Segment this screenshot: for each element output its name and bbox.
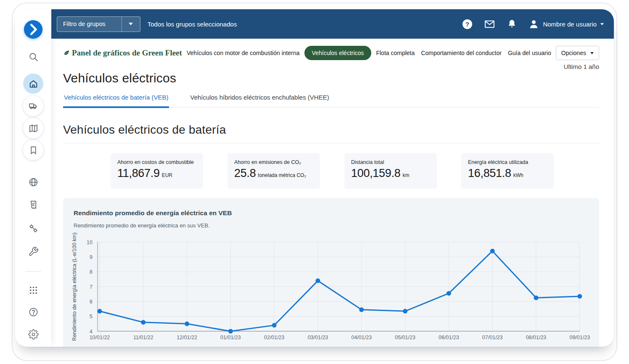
nav-item-combustion[interactable]: Vehículos con motor de combustión intern… — [185, 46, 301, 60]
sidebar-item-bookmark[interactable] — [23, 140, 43, 160]
nav-item-driver-behavior[interactable]: Comportamiento del conductor — [419, 46, 503, 60]
app-window: Filtro de grupos Todos los grupos selecc… — [15, 9, 614, 347]
nav-item-user-guide[interactable]: Guía del usuario — [506, 46, 553, 60]
group-selection-text: Todos los grupos seleccionados — [148, 21, 237, 28]
sidebar-item-globe[interactable] — [23, 172, 43, 192]
chevron-right-icon — [24, 20, 42, 39]
wrench-icon — [28, 246, 39, 257]
svg-text:02/01/23: 02/01/23 — [264, 335, 285, 340]
sidebar-item-link[interactable] — [23, 218, 43, 238]
bell-icon — [507, 19, 517, 29]
svg-text:6: 6 — [90, 299, 92, 305]
group-filter-caret[interactable] — [122, 17, 140, 32]
sidebar-item-settings[interactable] — [23, 324, 43, 344]
tab-bev[interactable]: Vehículos eléctricos de batería (VEB) — [63, 92, 169, 108]
sidebar-item-map[interactable] — [23, 118, 43, 138]
messages-button[interactable] — [484, 18, 495, 29]
stat-unit: tonelada métrica CO₂ — [258, 172, 306, 178]
svg-text:4: 4 — [90, 329, 92, 335]
sidebar-item-report[interactable] — [23, 195, 43, 215]
svg-text:5: 5 — [90, 314, 92, 319]
options-button-label: Opciones — [561, 50, 586, 56]
svg-text:06/01/23: 06/01/23 — [439, 335, 459, 340]
svg-text:10: 10 — [87, 240, 92, 245]
svg-text:09/01/23: 09/01/23 — [569, 335, 590, 340]
topbar: Filtro de grupos Todos los grupos selecc… — [51, 9, 614, 39]
svg-text:12/01/22: 12/01/22 — [177, 335, 197, 340]
svg-text:10/01/22: 10/01/22 — [90, 335, 110, 340]
search-icon — [28, 52, 39, 62]
svg-text:05/01/23: 05/01/23 — [395, 335, 415, 340]
envelope-icon — [484, 19, 495, 29]
sidebar-item-help[interactable] — [23, 302, 43, 322]
truck-icon — [28, 101, 39, 111]
stat-cards: Ahorro en costos de combustible 11,867.9… — [63, 153, 599, 189]
user-menu[interactable]: Nombre de usuario — [529, 19, 604, 29]
notifications-button[interactable] — [506, 18, 517, 29]
chevron-down-icon — [600, 23, 604, 25]
stat-card-energy-used: Energía eléctrica utilizada 16,851.8kWh — [461, 153, 554, 189]
sidebar-divider — [25, 271, 41, 272]
svg-text:04/01/23: 04/01/23 — [351, 335, 372, 340]
svg-text:01/01/23: 01/01/23 — [220, 335, 241, 340]
chevron-down-icon — [129, 23, 133, 25]
stat-value: 16,851.8kWh — [468, 167, 547, 180]
globe-icon — [28, 177, 39, 187]
sidebar — [15, 9, 51, 347]
stat-card-total-distance: Distancia total 100,159.8km — [344, 153, 437, 189]
svg-text:Rendimiento de energía eléctri: Rendimiento de energía eléctrica (L-e/10… — [71, 232, 77, 341]
sidebar-expand-button[interactable] — [24, 20, 42, 39]
map-icon — [28, 123, 39, 134]
options-button[interactable]: Opciones — [556, 46, 599, 60]
help-icon: ? — [462, 19, 472, 29]
performance-chart-card: Rendimiento promedio de energía eléctric… — [63, 198, 599, 347]
leaf-icon — [63, 50, 70, 57]
stat-label: Energía eléctrica utilizada — [468, 159, 547, 165]
receipt-check-icon — [28, 200, 39, 210]
stat-card-co2-savings: Ahorro en emisiones de CO₂ 25.8tonelada … — [227, 153, 320, 189]
dashboard-nav: Panel de gráficos de Green Fleet Vehícul… — [63, 46, 599, 60]
stat-card-fuel-savings: Ahorro en costos de combustible 11,867.9… — [111, 153, 203, 189]
page-title: Vehículos eléctricos — [63, 71, 599, 85]
performance-chart-svg: 10/01/2211/01/2212/01/2201/01/2302/01/23… — [63, 198, 599, 347]
sidebar-item-tools[interactable] — [23, 241, 43, 261]
stat-value: 100,159.8km — [351, 167, 430, 180]
svg-text:07/01/23: 07/01/23 — [482, 335, 503, 340]
link-icon — [28, 223, 39, 234]
help-button[interactable]: ? — [462, 18, 473, 29]
gear-icon — [28, 329, 39, 340]
bookmark-icon — [28, 145, 39, 156]
stat-value: 25.8tonelada métrica CO₂ — [234, 167, 313, 180]
stat-unit: kWh — [513, 172, 523, 178]
user-icon — [529, 19, 539, 29]
sidebar-item-apps[interactable] — [23, 280, 43, 300]
help-circle-icon — [28, 307, 39, 317]
svg-text:11/01/22: 11/01/22 — [133, 335, 153, 340]
svg-text:08/01/23: 08/01/23 — [526, 335, 547, 340]
sidebar-item-home[interactable] — [23, 74, 43, 94]
apps-grid-icon — [28, 285, 39, 295]
svg-text:8: 8 — [90, 269, 92, 275]
sidebar-item-search[interactable] — [23, 47, 43, 67]
section-divider — [63, 143, 599, 143]
stat-label: Ahorro en emisiones de CO₂ — [234, 159, 313, 165]
dashboard-brand: Panel de gráficos de Green Fleet — [63, 48, 182, 58]
dashboard-brand-label: Panel de gráficos de Green Fleet — [72, 48, 182, 58]
group-filter-label: Filtro de grupos — [57, 17, 122, 32]
nav-item-electric-vehicles[interactable]: Vehículos eléctricos — [304, 46, 372, 60]
ev-tabs: Vehículos eléctricos de batería (VEB) Ve… — [63, 92, 599, 108]
stat-label: Distancia total — [351, 159, 430, 165]
group-filter-button[interactable]: Filtro de grupos — [57, 16, 140, 32]
stat-label: Ahorro en costos de combustible — [117, 159, 196, 165]
home-icon — [28, 79, 39, 89]
section-title: Vehículos eléctricos de batería — [63, 123, 599, 137]
tab-phev[interactable]: Vehículos híbridos eléctricos enchufable… — [189, 92, 330, 107]
username-label: Nombre de usuario — [543, 21, 597, 28]
sidebar-item-vehicles[interactable] — [23, 96, 43, 116]
chevron-down-icon — [590, 52, 594, 54]
svg-text:03/01/23: 03/01/23 — [308, 335, 328, 340]
nav-item-full-fleet[interactable]: Flota completa — [374, 46, 416, 60]
svg-text:7: 7 — [90, 284, 92, 290]
stat-unit: EUR — [162, 172, 172, 178]
main-content: Panel de gráficos de Green Fleet Vehícul… — [51, 39, 614, 347]
